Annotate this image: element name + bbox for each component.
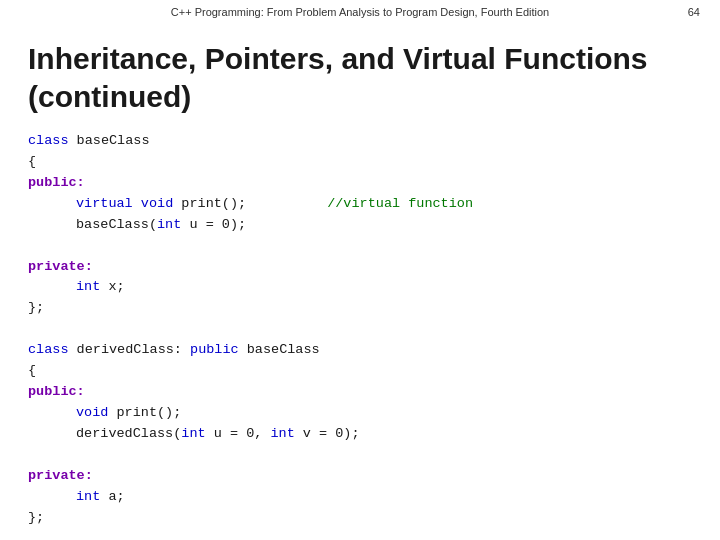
code-line: int a;: [28, 487, 692, 508]
code-line: public:: [28, 173, 692, 194]
code-line: baseClass(int u = 0);: [28, 215, 692, 236]
page-number: 64: [688, 6, 700, 18]
slide-container: C++ Programming: From Problem Analysis t…: [0, 0, 720, 540]
code-line: int x;: [28, 277, 692, 298]
code-line: [28, 236, 692, 257]
slide-title: Inheritance, Pointers, and Virtual Funct…: [0, 22, 720, 127]
code-line: virtual void print(); //virtual function: [28, 194, 692, 215]
code-line: class derivedClass: public baseClass: [28, 340, 692, 361]
code-line: {: [28, 361, 692, 382]
code-line: derivedClass(int u = 0, int v = 0);: [28, 424, 692, 445]
code-line: [28, 319, 692, 340]
code-line: public:: [28, 382, 692, 403]
code-line: [28, 445, 692, 466]
code-line: class baseClass: [28, 131, 692, 152]
slide-header: C++ Programming: From Problem Analysis t…: [0, 0, 720, 22]
code-line: void print();: [28, 403, 692, 424]
header-title: C++ Programming: From Problem Analysis t…: [60, 6, 660, 18]
code-line: {: [28, 152, 692, 173]
code-block: class baseClass { public: virtual void p…: [28, 131, 692, 529]
code-line: private:: [28, 466, 692, 487]
code-line: private:: [28, 257, 692, 278]
code-line: };: [28, 508, 692, 529]
code-line: };: [28, 298, 692, 319]
